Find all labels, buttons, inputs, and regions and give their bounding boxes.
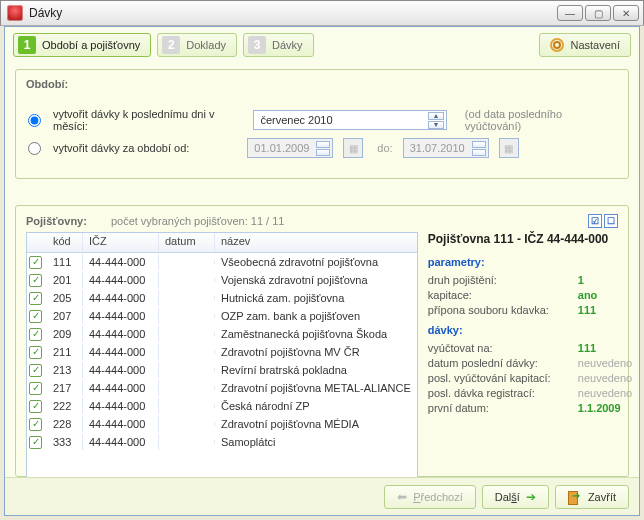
settings-button[interactable]: Nastavení — [539, 33, 631, 57]
month-spinner[interactable]: ▲▼ — [428, 112, 444, 129]
cell-nazev: Samoplátci — [215, 434, 417, 450]
table-row[interactable]: ✓11144-444-000Všeobecná zdravotní pojišť… — [27, 253, 417, 271]
insurers-grid[interactable]: kód IČZ datum název ✓11144-444-000Všeobe… — [26, 232, 418, 492]
radio-period-month-label: vytvořit dávky k poslednímu dni v měsíci… — [53, 108, 245, 132]
prev-button[interactable]: ⬅ Předchozí — [384, 485, 476, 509]
maximize-button[interactable]: ▢ — [585, 5, 611, 21]
step-tab-2[interactable]: 2Doklady — [157, 33, 237, 57]
cell-datum — [159, 386, 215, 390]
cell-nazev: Zdravotní pojišťovna MÉDIA — [215, 416, 417, 432]
close-button[interactable]: Zavřít — [555, 485, 629, 509]
row-checkbox[interactable]: ✓ — [29, 310, 42, 323]
prvni-datum-value: 1.1.2009 — [578, 402, 621, 414]
cell-datum — [159, 368, 215, 372]
table-row[interactable]: ✓21744-444-000Zdravotní pojišťovna METAL… — [27, 379, 417, 397]
row-checkbox[interactable]: ✓ — [29, 400, 42, 413]
row-checkbox[interactable]: ✓ — [29, 418, 42, 431]
cell-kod: 222 — [47, 398, 83, 414]
cell-datum — [159, 440, 215, 444]
step-label: Období a pojišťovny — [42, 39, 140, 51]
row-checkbox[interactable]: ✓ — [29, 382, 42, 395]
month-combo[interactable]: červenec 2010 ▲▼ — [253, 110, 446, 130]
col-kod[interactable]: kód — [47, 233, 83, 252]
cell-kod: 217 — [47, 380, 83, 396]
period-group: Období: vytvořit dávky k poslednímu dni … — [15, 69, 629, 179]
cell-nazev: Vojenská zdravotní pojišťovna — [215, 272, 417, 288]
cell-kod: 228 — [47, 416, 83, 432]
row-checkbox[interactable]: ✓ — [29, 436, 42, 449]
row-checkbox[interactable]: ✓ — [29, 292, 42, 305]
table-row[interactable]: ✓20744-444-000OZP zam. bank a pojišťoven — [27, 307, 417, 325]
step-tab-1[interactable]: 1Období a pojišťovny — [13, 33, 151, 57]
pripona-value: 111 — [578, 304, 596, 316]
row-checkbox[interactable]: ✓ — [29, 346, 42, 359]
cell-icz: 44-444-000 — [83, 254, 159, 270]
step-tab-3[interactable]: 3Dávky — [243, 33, 314, 57]
radio-period-month[interactable] — [28, 114, 41, 127]
col-nazev[interactable]: název — [215, 233, 417, 252]
cell-icz: 44-444-000 — [83, 362, 159, 378]
posl-registraci-value: neuvedeno — [578, 387, 632, 399]
cell-kod: 213 — [47, 362, 83, 378]
row-checkbox[interactable]: ✓ — [29, 328, 42, 341]
cell-kod: 205 — [47, 290, 83, 306]
window-title: Dávky — [29, 6, 555, 20]
detail-davky-heading: dávky: — [428, 324, 632, 336]
cell-icz: 44-444-000 — [83, 344, 159, 360]
date-to-input[interactable]: 31.07.2010 — [403, 138, 489, 158]
cell-nazev: Česká národní ZP — [215, 398, 417, 414]
table-row[interactable]: ✓21344-444-000Revírní bratrská pokladna — [27, 361, 417, 379]
table-row[interactable]: ✓20544-444-000Hutnická zam. pojišťovna — [27, 289, 417, 307]
posledni-davka-label: datum poslední dávky: — [428, 357, 578, 369]
gear-icon — [550, 38, 564, 52]
date-from-calendar-button[interactable]: ▦ — [343, 138, 363, 158]
step-number: 3 — [248, 36, 266, 54]
insurer-detail: Pojišťovna 111 - IČZ 44-444-000 parametr… — [428, 232, 632, 492]
select-none-button[interactable]: ☐ — [604, 214, 618, 228]
select-all-button[interactable]: ☑ — [588, 214, 602, 228]
row-checkbox[interactable]: ✓ — [29, 364, 42, 377]
step-number: 2 — [162, 36, 180, 54]
posl-registraci-label: posl. dávka registrací: — [428, 387, 578, 399]
close-window-button[interactable]: ✕ — [613, 5, 639, 21]
step-label: Dávky — [272, 39, 303, 51]
radio-period-range-label: vytvořit dávky za období od: — [53, 142, 189, 154]
close-label: Zavřít — [588, 491, 616, 503]
vyuctovat-value: 111 — [578, 342, 596, 354]
cell-kod: 207 — [47, 308, 83, 324]
detail-title: Pojišťovna 111 - IČZ 44-444-000 — [428, 232, 632, 246]
period-legend: Období: — [16, 70, 628, 94]
date-to-label: do: — [377, 142, 392, 154]
prev-label: Předchozí — [413, 491, 463, 503]
title-bar: Dávky — ▢ ✕ — [0, 0, 644, 26]
col-datum[interactable]: datum — [159, 233, 215, 252]
minimize-button[interactable]: — — [557, 5, 583, 21]
kapitace-value: ano — [578, 289, 598, 301]
cell-kod: 333 — [47, 434, 83, 450]
insurers-count: počet vybraných pojišťoven: 11 / 11 — [111, 215, 285, 227]
cell-datum — [159, 296, 215, 300]
row-checkbox[interactable]: ✓ — [29, 274, 42, 287]
table-row[interactable]: ✓22844-444-000Zdravotní pojišťovna MÉDIA — [27, 415, 417, 433]
cell-datum — [159, 278, 215, 282]
cell-datum — [159, 404, 215, 408]
vyuctovat-label: vyúčtovat na: — [428, 342, 578, 354]
row-checkbox[interactable]: ✓ — [29, 256, 42, 269]
grid-header: kód IČZ datum název — [27, 233, 417, 253]
date-from-input[interactable]: 01.01.2009 — [247, 138, 333, 158]
cell-icz: 44-444-000 — [83, 398, 159, 414]
table-row[interactable]: ✓20944-444-000Zaměstnanecká pojišťovna Š… — [27, 325, 417, 343]
next-button[interactable]: Další ➔ — [482, 485, 549, 509]
table-row[interactable]: ✓21144-444-000Zdravotní pojišťovna MV ČR — [27, 343, 417, 361]
posl-kapitaci-label: posl. vyúčtování kapitací: — [428, 372, 578, 384]
table-row[interactable]: ✓20144-444-000Vojenská zdravotní pojišťo… — [27, 271, 417, 289]
step-label: Doklady — [186, 39, 226, 51]
table-row[interactable]: ✓22244-444-000Česká národní ZP — [27, 397, 417, 415]
cell-datum — [159, 350, 215, 354]
date-to-calendar-button[interactable]: ▦ — [499, 138, 519, 158]
table-row[interactable]: ✓33344-444-000Samoplátci — [27, 433, 417, 451]
cell-datum — [159, 314, 215, 318]
radio-period-range[interactable] — [28, 142, 41, 155]
client-area: 1Období a pojišťovny2Doklady3Dávky Nasta… — [4, 26, 640, 516]
col-icz[interactable]: IČZ — [83, 233, 159, 252]
